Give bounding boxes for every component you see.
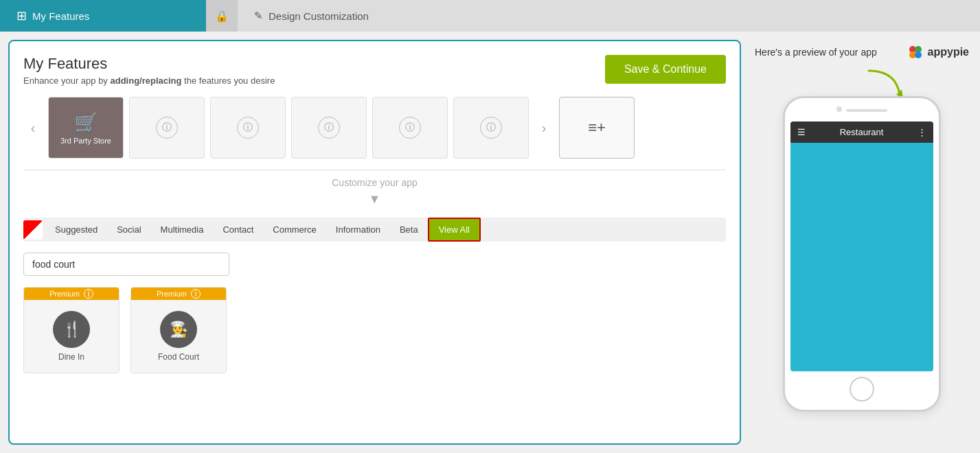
appypie-logo: appypie xyxy=(906,43,969,62)
panel-header: My Features Enhance your app by adding/r… xyxy=(23,55,726,86)
filter-tab-social[interactable]: Social xyxy=(107,219,150,240)
panel-subtitle: Enhance your app by adding/replacing the… xyxy=(23,76,275,86)
filter-tab-contact[interactable]: Contact xyxy=(213,219,263,240)
phone-menu-icon: ☰ xyxy=(797,127,806,137)
tab-bar: ⊞ My Features 🔒 ✎ Design Customization xyxy=(0,0,980,32)
premium-label-food-court: Premium xyxy=(157,290,187,298)
customize-label: Customize your app xyxy=(23,177,726,188)
phone-speaker xyxy=(846,109,887,112)
cart-icon: 🛒 xyxy=(74,111,98,134)
feature-card-food-court[interactable]: Premium i 👨‍🍳 Food Court xyxy=(130,287,227,373)
premium-label-dine-in: Premium xyxy=(49,290,80,298)
info-badge-icon-2: i xyxy=(191,289,201,299)
feature-placeholder-2[interactable]: ⓘ xyxy=(210,97,286,159)
premium-badge-food-court: Premium i xyxy=(131,288,226,300)
dine-in-label: Dine In xyxy=(58,352,84,362)
feature-placeholder-5[interactable]: ⓘ xyxy=(453,97,529,159)
main-area: My Features Enhance your app by adding/r… xyxy=(0,32,980,453)
info-icon-5: ⓘ xyxy=(480,117,502,139)
feature-placeholder-3[interactable]: ⓘ xyxy=(291,97,367,159)
svg-point-3 xyxy=(915,51,922,58)
features-row: ‹ 🛒 3rd Party Store ⓘ ⓘ ⓘ ⓘ ⓘ › ≡+ xyxy=(23,97,726,159)
phone-content xyxy=(790,143,933,371)
info-badge-icon-1: i xyxy=(84,289,93,299)
filter-tab-commerce[interactable]: Commerce xyxy=(263,219,326,240)
save-continue-button[interactable]: Save & Continue xyxy=(605,55,726,84)
tab-design-label: Design Customization xyxy=(269,10,369,22)
dine-in-icon: 🍴 xyxy=(53,311,90,348)
panel-title-area: My Features Enhance your app by adding/r… xyxy=(23,55,275,86)
phone-camera xyxy=(836,106,842,112)
filter-tab-beta[interactable]: Beta xyxy=(390,219,428,240)
add-features-button[interactable]: ≡+ xyxy=(559,97,635,159)
phone-screen: ☰ Restaurant ⋮ xyxy=(790,121,933,371)
feature-placeholder-1[interactable]: ⓘ xyxy=(129,97,205,159)
edit-icon: ✎ xyxy=(254,10,263,22)
subtitle-end: the features you desire xyxy=(182,76,275,86)
filter-tabs: Suggested Social Multimedia Contact Comm… xyxy=(23,218,726,242)
info-icon-1: ⓘ xyxy=(156,117,178,139)
tab-lock[interactable]: 🔒 xyxy=(206,0,238,32)
preview-header: Here's a preview of your app appypie xyxy=(752,43,972,62)
left-panel: My Features Enhance your app by adding/r… xyxy=(8,40,741,445)
grid-icon: ⊞ xyxy=(16,8,27,23)
customize-section: Customize your app ▼ xyxy=(23,170,726,207)
premium-badge-dine-in: Premium i xyxy=(24,288,119,300)
feature-placeholder-4[interactable]: ⓘ xyxy=(372,97,448,159)
card-body-food-court: 👨‍🍳 Food Court xyxy=(131,300,226,373)
filter-tab-information[interactable]: Information xyxy=(326,219,390,240)
tab-my-features[interactable]: ⊞ My Features xyxy=(0,0,206,32)
food-court-label: Food Court xyxy=(158,352,199,362)
add-features-icon: ≡+ xyxy=(588,119,606,137)
search-input[interactable] xyxy=(23,253,229,276)
feature-3rd-party-label: 3rd Party Store xyxy=(60,137,111,145)
panel-title: My Features xyxy=(23,55,275,73)
appypie-text: appypie xyxy=(928,46,969,58)
phone-frame: ☰ Restaurant ⋮ xyxy=(783,96,941,412)
subtitle-bold: adding/replacing xyxy=(110,76,181,86)
preview-text: Here's a preview of your app xyxy=(755,47,877,58)
info-icon-4: ⓘ xyxy=(399,117,421,139)
filter-tab-view-all[interactable]: View All xyxy=(428,218,481,242)
filter-tab-multimedia[interactable]: Multimedia xyxy=(151,219,214,240)
phone-nav-bar: ☰ Restaurant ⋮ xyxy=(790,121,933,143)
appypie-logo-icon xyxy=(906,43,925,62)
lock-icon: 🔒 xyxy=(215,10,229,23)
feature-cards: Premium i 🍴 Dine In Premium i 👨‍🍳 Food C… xyxy=(23,287,726,373)
filter-tab-suggested[interactable]: Suggested xyxy=(45,219,107,240)
feature-card-dine-in[interactable]: Premium i 🍴 Dine In xyxy=(23,287,119,373)
next-arrow[interactable]: › xyxy=(534,118,554,137)
phone-app-name: Restaurant xyxy=(840,127,884,137)
info-icon-2: ⓘ xyxy=(237,117,259,139)
flag-icon xyxy=(23,220,43,240)
customize-arrow: ▼ xyxy=(23,192,726,207)
card-body-dine-in: 🍴 Dine In xyxy=(24,300,119,373)
tab-design-customization[interactable]: ✎ Design Customization xyxy=(238,0,980,32)
feature-3rd-party-store[interactable]: 🛒 3rd Party Store xyxy=(48,97,124,159)
food-court-icon: 👨‍🍳 xyxy=(160,311,197,348)
phone-more-icon: ⋮ xyxy=(918,127,926,137)
search-row xyxy=(23,253,726,276)
tab-my-features-label: My Features xyxy=(32,10,89,22)
subtitle-plain: Enhance your app by xyxy=(23,76,110,86)
phone-home-button[interactable] xyxy=(850,377,874,402)
right-panel: Here's a preview of your app appypie xyxy=(752,40,972,445)
prev-arrow[interactable]: ‹ xyxy=(23,118,43,137)
info-icon-3: ⓘ xyxy=(318,117,340,139)
